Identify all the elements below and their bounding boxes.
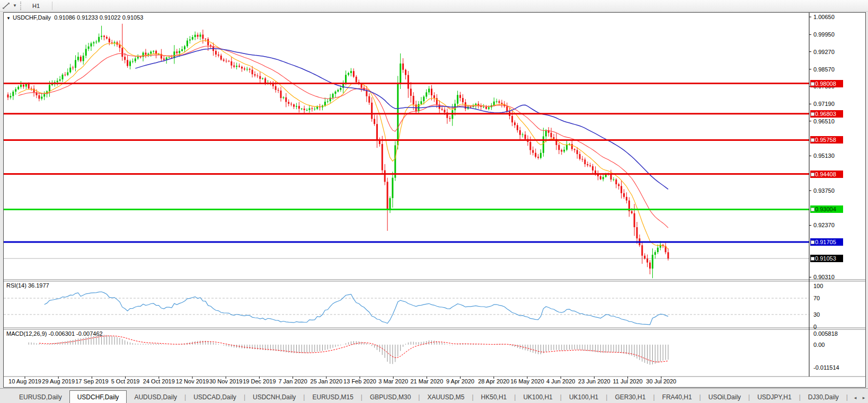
hline-price-label: 0.96803 <box>810 110 843 118</box>
trendline-tool-icon[interactable] <box>1 1 12 11</box>
price-axis-tick: 0.95130 <box>813 153 856 159</box>
toolbar-separator <box>52 2 52 10</box>
rsi-scale-label: 70 <box>813 295 856 301</box>
chart-symbol-label: USDCHF,Daily <box>13 14 51 21</box>
chart-tab-uk100-h1[interactable]: UK100,H1 <box>562 392 606 403</box>
tabs-scroll-right-button[interactable]: ▸ <box>860 392 868 403</box>
price-axis-tick: 0.92370 <box>813 222 856 228</box>
chart-tab-fra40-h1[interactable]: FRA40,H1 <box>655 392 699 403</box>
rsi-scale-label: 100 <box>813 283 856 289</box>
chart-tab-gbpusd-m30[interactable]: GBPUSD,M30 <box>362 392 418 403</box>
rsi-scale-label: 0 <box>813 324 856 330</box>
rsi-indicator-label: RSI(14) 36.1977 <box>6 282 49 289</box>
chart-title: ▼USDCHF,Daily 0.91086 0.91233 0.91022 0.… <box>6 14 143 21</box>
chart-tab-usdchf-daily[interactable]: USDCHF,Daily <box>69 390 127 403</box>
chart-tab-usoil-daily[interactable]: USOil,Daily <box>701 392 748 403</box>
hline-price-label: 0.91705 <box>810 238 843 246</box>
price-axis-tick: 0.97190 <box>813 101 856 107</box>
price-axis-tick: 0.98570 <box>813 66 856 73</box>
price-axis-tick: 0.90310 <box>813 274 856 280</box>
price-axis-tick: 0.93750 <box>813 187 856 194</box>
macd-indicator-label: MACD(12,26,9) -0.006301 -0.007462 <box>6 330 103 337</box>
chart-ohlc-values: 0.91086 0.91233 0.91022 0.91053 <box>54 14 143 21</box>
hline-price-label: 0.95758 <box>810 136 843 144</box>
chart-tab-xauusd-m5[interactable]: XAUUSD,M5 <box>420 392 472 403</box>
current-price-label: 0.91053 <box>810 255 843 262</box>
tabs-scroll-left-button[interactable]: ◂ <box>851 392 860 403</box>
toolbar-drag-grip[interactable] <box>20 2 24 10</box>
chart-tab-usdcnh-daily[interactable]: USDCNH,Daily <box>245 392 303 403</box>
macd-scale-zero: 0.00 <box>813 342 856 348</box>
rsi-scale-label: 30 <box>813 311 856 318</box>
date-axis-label: 30 Jul 2020 <box>640 378 683 384</box>
toolbar: ▼ M1M5M15M30H1H4D1W1MN <box>0 0 868 12</box>
macd-scale-min: -0.011514 <box>813 364 856 371</box>
chart-tabs-bar: EURUSD,DailyUSDCHF,DailyAUDUSD,Daily|USD… <box>0 388 868 403</box>
tool-dropdown-caret[interactable]: ▼ <box>12 3 18 8</box>
chart-tab-uk100-h1[interactable]: UK100,H1 <box>516 392 560 403</box>
chart-tab-hk50-h1[interactable]: HK50,H1 <box>474 392 515 403</box>
price-axis-tick: 0.99270 <box>813 49 856 55</box>
hline-price-label: 0.94408 <box>810 171 843 178</box>
timeframe-button-h1[interactable]: H1 <box>28 1 48 11</box>
chart-tab-dj30-daily[interactable]: DJ30,Daily <box>801 392 846 403</box>
chart-tab-eurusd-m15[interactable]: EURUSD,M15 <box>305 392 360 403</box>
macd-scale-max: 0.005818 <box>813 330 856 337</box>
chart-window: ▼USDCHF,Daily 0.91086 0.91233 0.91022 0.… <box>3 12 866 388</box>
price-chart-canvas[interactable] <box>4 13 865 387</box>
price-axis-tick: 1.00650 <box>813 14 856 20</box>
chart-tab-audusd-daily[interactable]: AUDUSD,Daily <box>127 392 184 403</box>
chart-tab-ger30-h1[interactable]: GER30,H1 <box>607 392 653 403</box>
chart-tab-usdjpy-h1[interactable]: USDJPY,H1 <box>750 392 799 403</box>
price-axis-tick: 0.96510 <box>813 118 856 124</box>
chart-tab-eurusd-daily[interactable]: EURUSD,Daily <box>12 392 69 403</box>
chart-tab-usdcad-daily[interactable]: USDCAD,Daily <box>186 392 244 403</box>
hline-price-label: 0.98008 <box>810 80 843 87</box>
price-axis-tick: 0.99950 <box>813 31 856 38</box>
mt4-application-window: ▼ M1M5M15M30H1H4D1W1MN ▼USDCHF,Daily 0.9… <box>0 0 868 403</box>
hline-price-label: 0.93004 <box>810 205 843 213</box>
chart-tabs: EURUSD,DailyUSDCHF,DailyAUDUSD,Daily|USD… <box>0 389 851 403</box>
chart-collapse-icon[interactable]: ▼ <box>6 16 11 21</box>
